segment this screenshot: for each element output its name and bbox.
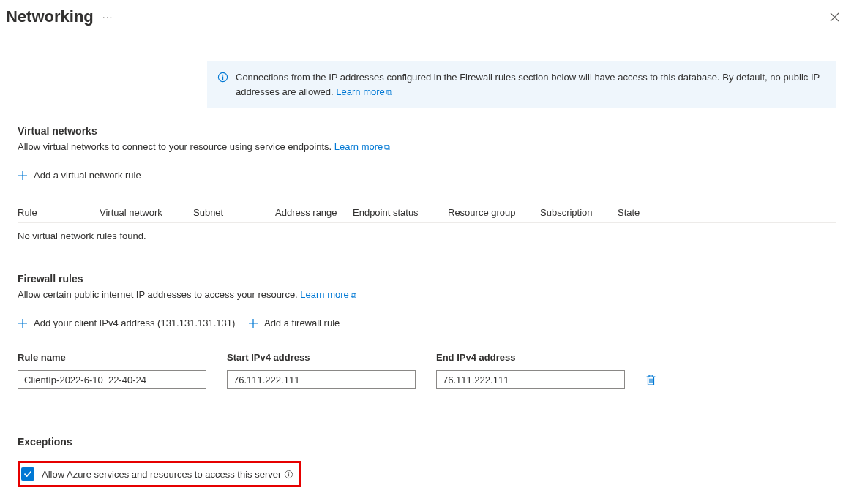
page-header: Networking ···: [0, 0, 854, 32]
allow-azure-label: Allow Azure services and resources to ac…: [42, 469, 281, 480]
svg-point-4: [288, 472, 289, 473]
exceptions-heading: Exceptions: [18, 436, 836, 448]
firewall-actions: Add your client IPv4 address (131.131.13…: [18, 315, 836, 331]
add-client-ip-label: Add your client IPv4 address (131.131.13…: [34, 317, 235, 328]
content-area: Connections from the IP addresses config…: [0, 61, 854, 487]
external-link-icon: ⧉: [384, 143, 390, 151]
exceptions-section: Exceptions Allow Azure services and reso…: [18, 436, 836, 487]
info-tooltip-icon[interactable]: [284, 470, 293, 479]
check-icon: [23, 470, 32, 478]
allow-azure-checkbox[interactable]: [21, 467, 34, 481]
vnet-table-header: Rule Virtual network Subnet Address rang…: [18, 203, 836, 222]
firewall-learn-more-link[interactable]: Learn more⧉: [300, 289, 356, 300]
svg-rect-5: [288, 473, 289, 476]
close-icon: [830, 12, 839, 22]
col-state: State: [618, 207, 676, 218]
learn-more-link[interactable]: Learn more⧉: [336, 86, 392, 97]
page-title: Networking: [6, 7, 94, 26]
more-actions-button[interactable]: ···: [102, 11, 113, 23]
firewall-section: Firewall rules Allow certain public inte…: [18, 273, 836, 389]
firewall-heading: Firewall rules: [18, 273, 836, 285]
col-subnet: Subnet: [193, 207, 275, 218]
firewall-rule-name-col: Rule name: [18, 352, 206, 389]
info-text: Connections from the IP addresses config…: [236, 72, 820, 97]
svg-rect-2: [222, 76, 223, 80]
close-button[interactable]: [827, 10, 842, 25]
trash-icon: [645, 374, 656, 386]
add-firewall-rule-label: Add a firewall rule: [264, 317, 340, 328]
col-rule: Rule: [18, 207, 100, 218]
info-icon: [217, 72, 228, 83]
svg-point-1: [222, 75, 224, 76]
end-ip-label: End IPv4 address: [436, 352, 625, 363]
start-ip-input[interactable]: [227, 370, 416, 389]
firewall-row: Rule name Start IPv4 address End IPv4 ad…: [18, 352, 836, 389]
col-endpoint: Endpoint status: [353, 207, 448, 218]
add-vnet-rule-label: Add a virtual network rule: [34, 170, 141, 181]
col-addr: Address range: [275, 207, 353, 218]
plus-icon: [18, 170, 28, 181]
plus-icon: [18, 318, 28, 328]
col-rg: Resource group: [448, 207, 540, 218]
col-sub: Subscription: [540, 207, 618, 218]
end-ip-input[interactable]: [436, 370, 625, 389]
vnet-actions: Add a virtual network rule: [18, 167, 836, 184]
virtual-networks-section: Virtual networks Allow virtual networks …: [18, 125, 836, 255]
rule-name-label: Rule name: [18, 352, 206, 363]
allow-azure-services-row: Allow Azure services and resources to ac…: [18, 461, 301, 487]
col-vnet: Virtual network: [100, 207, 193, 218]
delete-rule-button[interactable]: [645, 352, 656, 389]
plus-icon: [248, 318, 258, 328]
add-vnet-rule-button[interactable]: Add a virtual network rule: [18, 167, 141, 184]
info-banner-text: Connections from the IP addresses config…: [236, 70, 826, 99]
add-client-ip-button[interactable]: Add your client IPv4 address (131.131.13…: [18, 315, 235, 331]
firewall-start-ip-col: Start IPv4 address: [227, 352, 416, 389]
rule-name-input[interactable]: [18, 370, 206, 389]
external-link-icon: ⧉: [351, 290, 356, 299]
add-firewall-rule-button[interactable]: Add a firewall rule: [248, 315, 340, 331]
firewall-end-ip-col: End IPv4 address: [436, 352, 625, 389]
firewall-desc: Allow certain public internet IP address…: [18, 289, 836, 300]
external-link-icon: ⧉: [386, 88, 392, 97]
vnet-desc: Allow virtual networks to connect to you…: [18, 141, 836, 152]
vnet-learn-more-link[interactable]: Learn more⧉: [334, 141, 390, 152]
vnet-table-empty: No virtual network rules found.: [18, 222, 836, 249]
start-ip-label: Start IPv4 address: [227, 352, 416, 363]
info-banner: Connections from the IP addresses config…: [207, 61, 836, 108]
vnet-table: Rule Virtual network Subnet Address rang…: [18, 203, 836, 255]
vnet-heading: Virtual networks: [18, 125, 836, 137]
